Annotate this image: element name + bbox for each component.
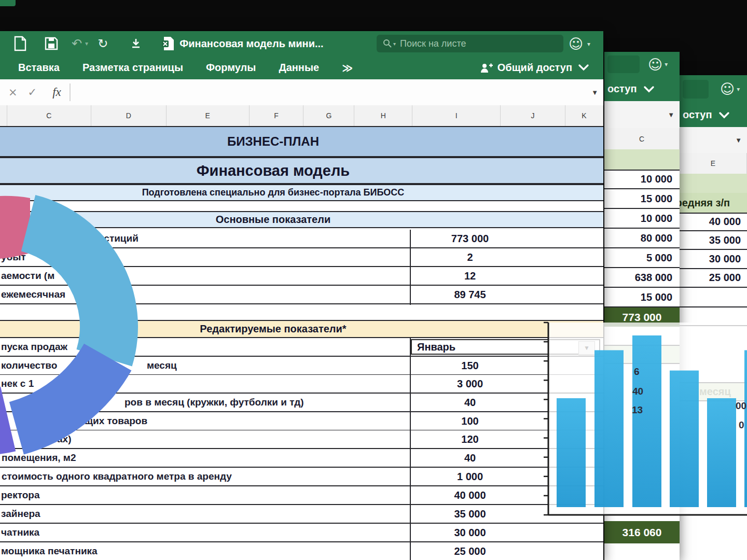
table-row[interactable]: аемости (м12	[0, 267, 603, 286]
table-row[interactable]: ректора40 000	[0, 486, 603, 505]
row-value[interactable]: 773 000	[412, 230, 528, 247]
month-dropdown[interactable]: Январь▼	[411, 339, 600, 355]
window2-value-cell[interactable]: 80 000	[604, 229, 680, 248]
row-label: помещения, м2	[2, 449, 76, 467]
formula-dropdown-icon[interactable]: ▼	[735, 136, 742, 144]
row-value[interactable]: 30 000	[412, 524, 528, 541]
total2-cell[interactable]: 316 060	[604, 521, 680, 543]
row-label: стоимость одного квадратного метра в аре…	[2, 468, 232, 485]
chevron-down-icon[interactable]	[718, 111, 730, 119]
hidden-value-fragment: 40	[632, 386, 643, 397]
hidden-value-fragment: 13	[632, 404, 643, 416]
column-header-c[interactable]: C	[604, 128, 680, 149]
row-value[interactable]: 100	[412, 412, 528, 430]
dropdown-arrow-button[interactable]: ▼	[578, 341, 595, 355]
table-row[interactable]: ежемесячная89 745	[0, 286, 603, 304]
hidden-value-fragment: 6	[634, 366, 640, 377]
window3-value-cell[interactable]: 25 000	[680, 269, 747, 288]
table-row[interactable]: мощника печатника25 000	[0, 542, 603, 560]
table-row[interactable]: ров в месяц (кружки, футболки и тд)40	[0, 394, 603, 412]
month-header-cell[interactable]: месяц	[680, 382, 747, 401]
row-value[interactable]: 40	[412, 394, 528, 411]
row-value[interactable]: 89 745	[412, 286, 528, 303]
row-label: аемости (м	[1, 267, 54, 285]
window3-titlebar: ☺ ▾	[680, 75, 747, 103]
row-value[interactable]: 120	[412, 430, 528, 448]
excel-window-2: ☺ ▾ оступ ▼ C 10 00015 00010 00080 0005 …	[604, 52, 680, 560]
table-row[interactable]: ах)120	[0, 430, 603, 449]
smiley-caret-icon: ▾	[737, 86, 740, 93]
window2-column-header[interactable]: C	[604, 128, 680, 150]
row-label: зайнера	[1, 505, 40, 523]
formula-dropdown-icon[interactable]: ▼	[668, 111, 674, 119]
window3-formula-bar[interactable]: ▼	[680, 127, 747, 154]
window2-value-cell[interactable]: 638 000	[604, 268, 680, 288]
row-value[interactable]: 1 000	[412, 468, 528, 485]
salary-header-cell[interactable]: Средняя з/п	[680, 193, 747, 214]
table-row[interactable]: стоимость одного квадратного метра в аре…	[0, 468, 603, 486]
title-row-financial-model[interactable]: Финансовая модель	[0, 157, 603, 184]
section-header-main-indicators[interactable]: Основные показатели	[0, 211, 603, 228]
window2-value-cell[interactable]: 10 000	[604, 209, 680, 229]
row-value[interactable]: 3 000	[412, 375, 528, 393]
empty-row[interactable]	[680, 288, 747, 307]
window2-toolbar-stub	[607, 55, 640, 73]
row-value[interactable]: 25 000	[412, 542, 528, 560]
table-row[interactable]: зайнера35 000	[0, 505, 603, 524]
feedback-smiley-icon[interactable]: ☺	[648, 58, 662, 72]
chevron-down-icon[interactable]	[643, 86, 655, 93]
row-label: месяц	[147, 357, 177, 374]
row-label: щих товаров	[85, 412, 147, 430]
main-sheet: БИЗНЕС-ПЛАНФинансовая модельПодготовлена…	[0, 31, 603, 560]
share-label-fragment[interactable]: оступ	[607, 83, 637, 95]
hidden-value-fragment: 0	[739, 419, 744, 431]
window2-value-cell[interactable]: 10 000	[604, 170, 680, 189]
excel-window-3: ☺ ▾ оступ ▼ E Средняя з/п 40 00035 00030…	[680, 75, 747, 560]
window2-green-cell[interactable]	[604, 149, 680, 171]
feedback-smiley-icon[interactable]: ☺	[720, 82, 735, 96]
row-value[interactable]: 35 000	[412, 505, 528, 523]
row-label: ах)	[57, 430, 71, 448]
row-value[interactable]: 40 000	[412, 486, 528, 504]
table-row[interactable]: количествомесяц150	[0, 357, 603, 375]
window3-ribbon: оступ	[680, 103, 747, 127]
window3-toolbar-stub	[683, 80, 709, 99]
window3-green-cell[interactable]	[680, 174, 747, 194]
table-row[interactable]: щих товаров100	[0, 412, 603, 431]
row-value[interactable]: 40	[412, 449, 528, 467]
total-investment-cell[interactable]: 773 000	[604, 307, 680, 327]
excel-window-main: ↶ ▾ ↻ Финансовая модель мини... ▾ Поиск …	[0, 31, 603, 560]
window3-column-header[interactable]: E	[680, 153, 747, 175]
empty-row[interactable]	[680, 306, 747, 326]
window2-titlebar: ☺ ▾	[604, 52, 680, 77]
table-row[interactable]: помещения, м240	[0, 449, 603, 468]
column-header-e[interactable]: E	[680, 153, 747, 174]
row-value[interactable]: 2	[412, 248, 528, 266]
table-column-divider	[410, 230, 411, 305]
title-row-prepared-for[interactable]: Подготовлена специально для бизнес-порта…	[0, 184, 603, 201]
window2-formula-bar[interactable]: ▼	[604, 101, 680, 129]
table-column-divider	[410, 338, 411, 560]
window3-value-cell[interactable]: 35 000	[680, 231, 747, 250]
screenshot-stage: ☺ ▾ оступ ▼ E Средняя з/п 40 00035 00030…	[0, 0, 747, 560]
row-value[interactable]: 12	[412, 267, 528, 285]
window3-value-cell[interactable]: 40 000	[680, 213, 747, 231]
table-row[interactable]: нек с 13 000	[0, 375, 603, 394]
smiley-caret-icon: ▾	[665, 61, 668, 68]
table-row[interactable]: чатника30 000	[0, 524, 603, 542]
table-row[interactable]: убыт2	[0, 248, 603, 267]
table-row[interactable]: естиций773 000	[0, 230, 603, 248]
title-row-business-plan[interactable]: БИЗНЕС-ПЛАН	[0, 126, 603, 157]
row-label: ректора	[1, 486, 40, 504]
window2-value-cell[interactable]: 15 000	[604, 288, 680, 307]
window2-green-band[interactable]	[604, 345, 680, 364]
window2-value-cell[interactable]: 5 000	[604, 248, 680, 268]
table-row[interactable]: пуска продажЯнварь▼	[0, 338, 603, 357]
share-label-fragment[interactable]: оступ	[683, 109, 712, 121]
hidden-value-fragment: 00	[736, 400, 746, 412]
window3-value-cell[interactable]: 30 000	[680, 250, 747, 269]
row-label: нек с 1	[1, 375, 34, 393]
row-value[interactable]: 150	[412, 357, 528, 374]
section-header-editable-indicators[interactable]: Редактируемые показатели*	[0, 320, 603, 338]
window2-value-cell[interactable]: 15 000	[604, 189, 680, 209]
